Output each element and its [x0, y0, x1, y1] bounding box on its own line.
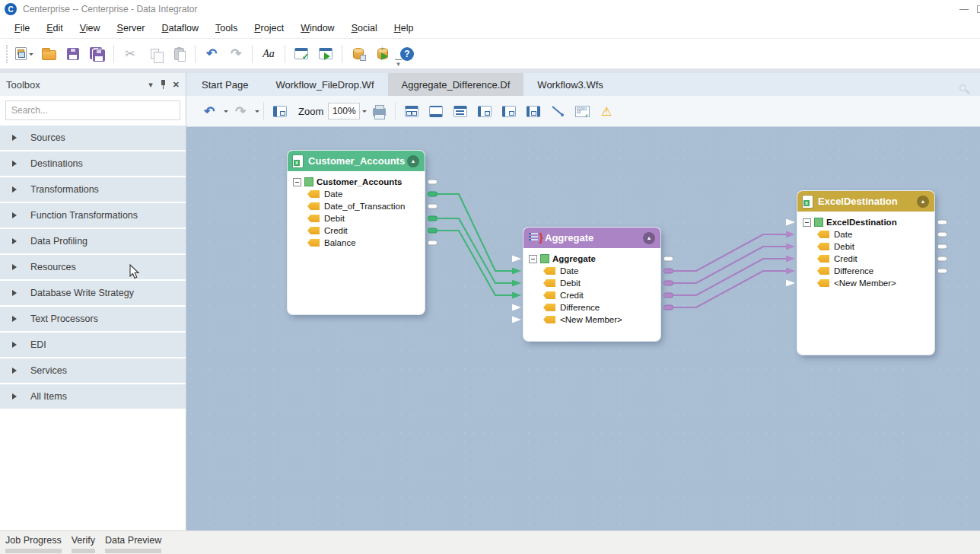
verify-dataflow-button[interactable]: ✓ — [291, 43, 312, 65]
new-dataflow-button[interactable] — [14, 43, 35, 65]
menu-edit[interactable]: Edit — [38, 20, 72, 37]
undo-button[interactable] — [199, 100, 220, 122]
tree-root-row[interactable]: Aggregate — [523, 253, 660, 265]
field-row-debit[interactable]: Debit — [797, 240, 934, 253]
tree-expander-icon[interactable] — [293, 178, 301, 186]
dataflow-canvas[interactable]: Customer_Accounts Customer_Accounts Date… — [186, 127, 980, 530]
undo-button[interactable] — [201, 43, 222, 65]
menu-dataflow[interactable]: Dataflow — [153, 20, 207, 37]
output-port[interactable] — [937, 256, 947, 262]
copy-button[interactable] — [144, 43, 165, 65]
output-port[interactable] — [428, 204, 438, 209]
field-row-date[interactable]: Date — [523, 265, 660, 277]
open-button[interactable] — [38, 43, 59, 65]
minimize-button[interactable]: — — [951, 4, 977, 14]
run-dataflow-window-button[interactable] — [315, 43, 336, 65]
output-port-connected[interactable] — [428, 228, 438, 234]
toolbox-item-all-items[interactable]: All Items — [0, 384, 186, 409]
toolbar-overflow-button[interactable]: ▾ — [395, 59, 402, 68]
collapse-button[interactable] — [407, 155, 419, 167]
menu-social[interactable]: Social — [343, 20, 386, 37]
tab-aggregate-difference[interactable]: Aggregate_Difference.Df — [388, 73, 524, 96]
output-port[interactable] — [937, 232, 947, 237]
zoom-select[interactable]: 100% — [328, 103, 360, 119]
field-row-credit[interactable]: Credit — [288, 224, 425, 237]
redo-history-caret-icon[interactable] — [255, 110, 259, 115]
expand-right-button[interactable] — [498, 100, 520, 122]
output-port-connected[interactable] — [663, 293, 673, 298]
toolbox-menu-caret-icon[interactable] — [148, 80, 153, 90]
field-row-debit[interactable]: Debit — [523, 277, 660, 289]
output-port[interactable] — [937, 244, 947, 250]
field-row-balance[interactable]: Balance — [288, 237, 425, 249]
save-button[interactable] — [62, 43, 84, 65]
close-icon[interactable] — [173, 80, 180, 90]
output-port-connected[interactable] — [428, 192, 438, 197]
dock-left-button[interactable] — [474, 100, 495, 122]
node-header[interactable]: Aggregate — [523, 228, 660, 248]
warning-icon[interactable] — [596, 100, 617, 122]
menu-help[interactable]: Help — [386, 20, 422, 37]
print-button[interactable] — [368, 100, 390, 122]
align-center-button[interactable] — [425, 100, 447, 122]
menu-server[interactable]: Server — [109, 20, 154, 37]
auto-layout-button[interactable] — [401, 100, 422, 122]
menu-file[interactable]: File — [6, 20, 38, 37]
layout-diagram-button[interactable] — [269, 100, 291, 122]
bottom-tab-job-progress[interactable]: Job Progress — [5, 535, 62, 553]
menu-project[interactable]: Project — [246, 20, 292, 37]
redo-button[interactable] — [225, 43, 247, 65]
collapse-button[interactable] — [643, 232, 655, 244]
field-row-debit[interactable]: Debit — [288, 212, 425, 224]
toolbox-item-function-transformations[interactable]: Function Transformations — [0, 203, 186, 228]
draw-link-button[interactable] — [547, 100, 568, 122]
field-row-date[interactable]: Date — [797, 228, 934, 240]
toolbox-item-edi[interactable]: EDI — [0, 333, 186, 357]
node-excel-destination[interactable]: ExcelDestination ExcelDestination Date D… — [797, 191, 934, 355]
toolbox-search-input[interactable] — [5, 100, 180, 120]
output-port[interactable] — [428, 240, 438, 246]
node-header[interactable]: Customer_Accounts — [288, 151, 425, 171]
output-port-connected[interactable] — [663, 281, 673, 286]
field-row-credit[interactable]: Credit — [797, 253, 934, 265]
bottom-tab-data-preview[interactable]: Data Preview — [105, 535, 161, 553]
run-job-button[interactable]: ↓ — [372, 43, 393, 65]
restore-button[interactable] — [977, 5, 980, 13]
toolbox-item-data-profiling[interactable]: Data Profiling — [0, 229, 186, 253]
swap-panels-button[interactable] — [523, 100, 544, 122]
field-row-difference[interactable]: Difference — [797, 265, 934, 277]
tree-expander-icon[interactable] — [803, 218, 811, 227]
field-row-date-of-transaction[interactable]: Date_of_Transaction — [288, 200, 425, 212]
node-customer-accounts[interactable]: Customer_Accounts Customer_Accounts Date… — [288, 151, 425, 314]
output-port-connected[interactable] — [428, 216, 438, 221]
toolbox-item-database-write-strategy[interactable]: Database Write Strategy — [0, 281, 186, 305]
cut-button[interactable] — [119, 43, 141, 65]
tree-root-row[interactable]: Customer_Accounts — [288, 176, 425, 188]
save-all-button[interactable] — [87, 43, 108, 65]
output-port[interactable] — [663, 256, 673, 262]
tab-workflow-filedrop[interactable]: Workflow_FileDrop.Wf — [262, 73, 387, 96]
tab-workflow3[interactable]: Workflow3.Wfs — [523, 73, 616, 96]
field-row-new-member[interactable]: <New Member> — [523, 314, 660, 326]
field-row-credit[interactable]: Credit — [523, 289, 660, 301]
zoom-caret-icon[interactable] — [362, 110, 367, 115]
toolbox-item-destinations[interactable]: Destinations — [0, 151, 186, 176]
node-header[interactable]: ExcelDestination — [797, 191, 934, 212]
paste-button[interactable] — [168, 43, 189, 65]
tab-start-page[interactable]: Start Page — [188, 73, 262, 96]
toolbox-item-resources[interactable]: Resources — [0, 255, 186, 279]
redo-button[interactable] — [230, 100, 251, 122]
toolbox-item-text-processors[interactable]: Text Processors — [0, 307, 186, 331]
output-port[interactable] — [937, 269, 947, 274]
menu-window[interactable]: Window — [292, 20, 342, 37]
undo-history-caret-icon[interactable] — [224, 110, 228, 115]
output-port[interactable] — [428, 180, 438, 185]
field-row-new-member[interactable]: <New Member> — [797, 277, 934, 289]
tree-expander-icon[interactable] — [529, 255, 537, 263]
node-aggregate[interactable]: Aggregate Aggregate Date Debit — [523, 228, 660, 341]
bottom-tab-verify[interactable]: Verify — [72, 535, 95, 553]
list-layout-button[interactable] — [450, 100, 471, 122]
output-port[interactable] — [937, 220, 947, 225]
tree-root-row[interactable]: ExcelDestination — [797, 216, 934, 228]
output-port-connected[interactable] — [663, 269, 673, 274]
